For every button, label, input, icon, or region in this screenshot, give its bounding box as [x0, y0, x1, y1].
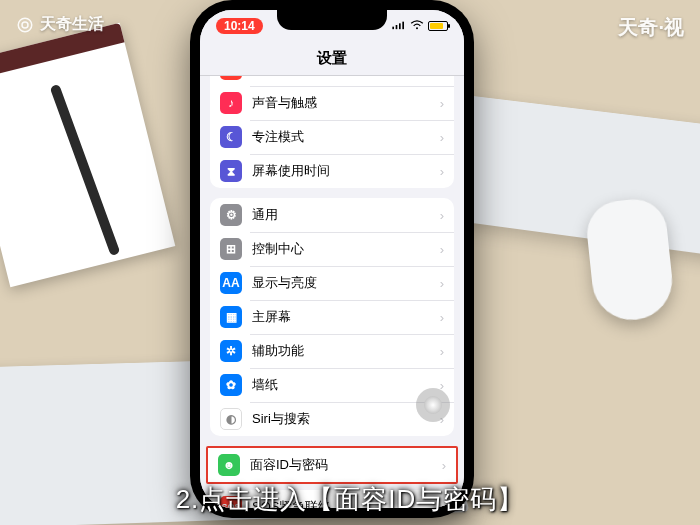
settings-row-label: Siri与搜索: [252, 410, 440, 428]
settings-row-face-id-passcode[interactable]: ☻ 面容ID与密码 ›: [208, 448, 456, 482]
cellular-icon: [392, 19, 406, 33]
chevron-right-icon: ›: [442, 458, 446, 473]
settings-row-label: 控制中心: [252, 240, 440, 258]
phone-notch: [277, 10, 387, 30]
svg-rect-2: [392, 27, 394, 30]
page-title-text: 设置: [317, 49, 347, 68]
settings-row[interactable]: ⧗ 屏幕使用时间 ›: [210, 154, 454, 188]
watermark-right: 天奇·视: [618, 14, 684, 41]
svg-point-6: [416, 27, 418, 29]
settings-row[interactable]: AA 显示与亮度 ›: [210, 266, 454, 300]
caption-text: 2.点击进入【面容ID与密码】: [176, 484, 525, 514]
settings-row[interactable]: ✲ 辅助功能 ›: [210, 334, 454, 368]
settings-row-icon: ⧗: [220, 160, 242, 182]
settings-row-icon: ✲: [220, 340, 242, 362]
battery-icon: [428, 21, 448, 31]
chevron-right-icon: ›: [440, 130, 444, 145]
settings-row-label: 面容ID与密码: [250, 456, 442, 474]
settings-row-label: 屏幕使用时间: [252, 162, 440, 180]
chevron-right-icon: ›: [440, 344, 444, 359]
settings-row-icon: AA: [220, 272, 242, 294]
chevron-right-icon: ›: [440, 76, 444, 77]
settings-row[interactable]: ☾ 专注模式 ›: [210, 120, 454, 154]
settings-row-label: 声音与触感: [252, 94, 440, 112]
settings-row-icon: ◐: [220, 408, 242, 430]
settings-row-icon: !: [220, 76, 242, 80]
highlighted-box: ☻ 面容ID与密码 ›: [206, 446, 458, 484]
recording-time-pill: 10:14: [216, 18, 263, 34]
settings-row-icon: ♪: [220, 92, 242, 114]
settings-row-icon: ✿: [220, 374, 242, 396]
settings-group: ! 通知 › ♪ 声音与触感 › ☾ 专注模式 › ⧗ 屏幕使用时间 ›: [210, 76, 454, 188]
svg-rect-4: [399, 23, 401, 29]
face-id-icon: ☻: [218, 454, 240, 476]
chevron-right-icon: ›: [440, 242, 444, 257]
page-title: 设置: [200, 42, 464, 76]
settings-row[interactable]: ⚙ 通用 ›: [210, 198, 454, 232]
settings-row[interactable]: ! 通知 ›: [210, 76, 454, 86]
settings-scroll[interactable]: ! 通知 › ♪ 声音与触感 › ☾ 专注模式 › ⧗ 屏幕使用时间 › ⚙ 通…: [200, 76, 464, 508]
watermark-left-text: 天奇生活: [40, 14, 104, 35]
wifi-icon: [410, 19, 424, 33]
svg-rect-5: [402, 22, 404, 30]
settings-row[interactable]: ▦ 主屏幕 ›: [210, 300, 454, 334]
phone-frame: 10:14 设置 ! 通知 › ♪ 声音与触感 › ☾ 专注模式 ›: [190, 0, 474, 518]
chevron-right-icon: ›: [440, 164, 444, 179]
chevron-right-icon: ›: [440, 310, 444, 325]
settings-row-label: 显示与亮度: [252, 274, 440, 292]
tutorial-caption: 2.点击进入【面容ID与密码】: [0, 482, 700, 517]
settings-row-icon: ☾: [220, 126, 242, 148]
settings-row-label: 专注模式: [252, 128, 440, 146]
settings-row-icon: ⚙: [220, 204, 242, 226]
svg-point-1: [22, 22, 28, 28]
settings-row[interactable]: ♪ 声音与触感 ›: [210, 86, 454, 120]
phone-screen: 10:14 设置 ! 通知 › ♪ 声音与触感 › ☾ 专注模式 ›: [200, 10, 464, 508]
settings-row[interactable]: ⊞ 控制中心 ›: [210, 232, 454, 266]
svg-point-0: [18, 18, 32, 32]
settings-row-label: 墙纸: [252, 376, 440, 394]
settings-row-icon: ▦: [220, 306, 242, 328]
chevron-right-icon: ›: [440, 276, 444, 291]
watermark-left: 天奇生活: [16, 14, 104, 35]
settings-row-icon: ⊞: [220, 238, 242, 260]
settings-row-label: 通知: [252, 76, 440, 78]
chevron-right-icon: ›: [440, 96, 444, 111]
status-icons: [392, 19, 448, 33]
watermark-right-text: 天奇·视: [618, 16, 684, 38]
assistive-touch-button[interactable]: [416, 388, 450, 422]
logo-icon: [16, 16, 34, 34]
svg-rect-3: [396, 25, 398, 29]
settings-row-label: 辅助功能: [252, 342, 440, 360]
settings-row-label: 主屏幕: [252, 308, 440, 326]
chevron-right-icon: ›: [440, 208, 444, 223]
settings-row-label: 通用: [252, 206, 440, 224]
